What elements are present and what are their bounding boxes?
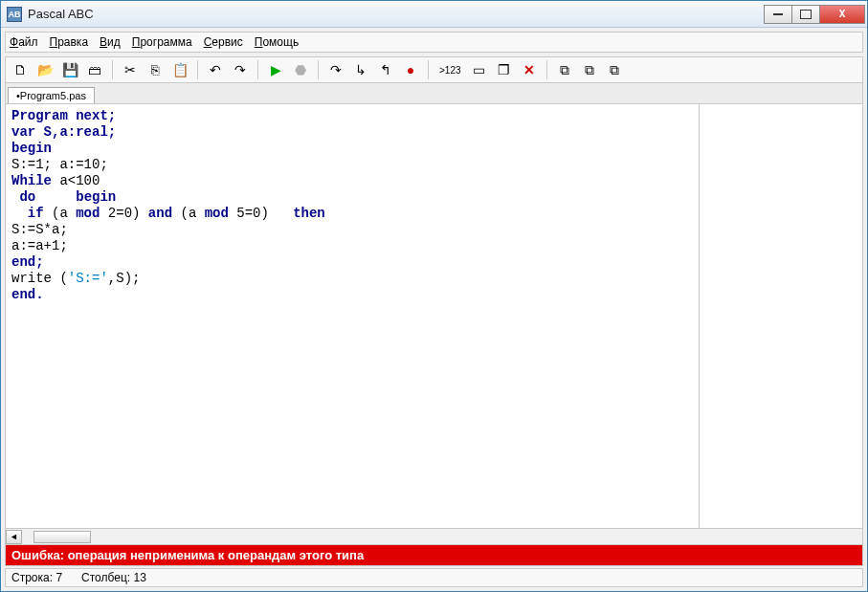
window1-button[interactable]: ▭ [469, 59, 490, 80]
panel1-button[interactable]: ⧉ [554, 59, 575, 80]
code-wrap: Program next; var S,a:real; begin S:=1; … [6, 104, 862, 528]
stepout-icon: ↰ [380, 63, 391, 77]
new-icon: 🗋 [13, 63, 27, 77]
panel3-button[interactable]: ⧉ [604, 59, 625, 80]
kw-mod2: mod [205, 206, 229, 221]
toolbar: 🗋 📂 💾 🗃 ✂ ⎘ 📋 ↶ ↷ ▶ ⬣ ↷ ↳ ↰ ● >123 ▭ ❐ ✕… [5, 56, 863, 83]
error-bar: Ошибка: операция неприменима к операндам… [5, 545, 863, 566]
saveall-icon: 🗃 [88, 63, 101, 77]
breakpoint-icon: ● [407, 63, 414, 77]
run-button[interactable]: ▶ [265, 59, 286, 80]
menu-help[interactable]: Помощь [255, 35, 299, 49]
editor-area: Program next; var S,a:real; begin S:=1; … [5, 104, 863, 545]
code-line: S:=S*a; [11, 222, 68, 237]
separator [546, 60, 547, 79]
code-text: write ( [11, 271, 68, 286]
stepover-icon: ↷ [330, 63, 342, 77]
paste-button[interactable]: 📋 [169, 59, 190, 80]
separator [112, 60, 113, 79]
run-icon: ▶ [271, 63, 281, 77]
menubar: Файл Правка Вид Программа Сервис Помощь [5, 32, 863, 53]
closewin-icon: ✕ [523, 63, 535, 77]
window-controls: X [765, 5, 865, 24]
error-text: Ошибка: операция неприменима к операндам… [11, 548, 364, 562]
save-button[interactable]: 💾 [59, 59, 80, 80]
stop-button[interactable]: ⬣ [290, 59, 311, 80]
kw-if: if [11, 206, 44, 221]
status-row: Строка: 7 [11, 571, 62, 584]
kw-var: var S,a:real; [11, 124, 116, 140]
copy-icon: ⎘ [151, 63, 159, 77]
horizontal-scrollbar[interactable]: ◄ [6, 528, 862, 544]
copy-button[interactable]: ⎘ [145, 59, 166, 80]
kw-then: then [293, 206, 325, 221]
new-button[interactable]: 🗋 [10, 59, 31, 80]
status-col: Столбец: 13 [81, 571, 146, 584]
open-button[interactable]: 📂 [34, 59, 56, 80]
separator [318, 60, 319, 79]
scroll-thumb[interactable] [33, 531, 91, 543]
code-text: (a [44, 206, 77, 221]
code-editor[interactable]: Program next; var S,a:real; begin S:=1; … [6, 104, 700, 528]
code-text: 2=0) [100, 206, 147, 221]
menu-program[interactable]: Программа [132, 35, 192, 49]
app-window: AB Pascal ABC X Файл Правка Вид Программ… [0, 0, 868, 592]
kw-program: Program next; [11, 108, 116, 123]
separator [197, 60, 198, 79]
panel2-icon: ⧉ [585, 63, 594, 77]
minimize-button[interactable] [764, 5, 792, 24]
panel1-icon: ⧉ [560, 63, 569, 77]
tabbar: •Program5.pas [5, 83, 863, 104]
eval-icon: >123 [439, 65, 461, 76]
code-text: (a [172, 206, 205, 221]
scroll-left-icon[interactable]: ◄ [6, 530, 22, 544]
status-bar: Строка: 7 Столбец: 13 [5, 568, 863, 587]
menu-view[interactable]: Вид [100, 35, 121, 49]
window-title: Pascal ABC [28, 7, 765, 21]
breakpoint-button[interactable]: ● [400, 59, 421, 80]
code-text: ,S); [108, 271, 141, 286]
redo-icon: ↷ [234, 63, 246, 77]
kw-end: end; [11, 254, 44, 270]
separator [257, 60, 258, 79]
menu-file[interactable]: Файл [10, 35, 38, 49]
closewin-button[interactable]: ✕ [519, 59, 540, 80]
string-literal: 'S:=' [68, 271, 108, 286]
stop-icon: ⬣ [295, 63, 306, 77]
redo-button[interactable]: ↷ [230, 59, 251, 80]
stepout-button[interactable]: ↰ [375, 59, 396, 80]
kw-and: and [148, 206, 172, 221]
titlebar: AB Pascal ABC X [1, 1, 867, 28]
cut-icon: ✂ [124, 63, 136, 77]
panel3-icon: ⧉ [610, 63, 619, 77]
window1-icon: ▭ [473, 63, 485, 77]
stepinto-icon: ↳ [355, 63, 367, 77]
open-icon: 📂 [37, 63, 54, 77]
file-tab[interactable]: •Program5.pas [8, 87, 95, 103]
menu-service[interactable]: Сервис [204, 35, 243, 49]
kw-begin: begin [11, 141, 52, 156]
kw-mod1: mod [76, 206, 100, 221]
kw-do: do [11, 189, 35, 205]
window2-button[interactable]: ❐ [494, 59, 515, 80]
kw-while: While [11, 173, 52, 188]
close-button[interactable]: X [819, 5, 865, 24]
eval-button[interactable]: >123 [435, 59, 465, 80]
panel2-button[interactable]: ⧉ [579, 59, 600, 80]
code-text: a<100 [52, 173, 100, 188]
cut-button[interactable]: ✂ [120, 59, 141, 80]
code-line: S:=1; a:=10; [11, 157, 108, 172]
code-line: a:=a+1; [11, 238, 68, 253]
saveall-button[interactable]: 🗃 [84, 59, 105, 80]
undo-button[interactable]: ↶ [205, 59, 226, 80]
stepinto-button[interactable]: ↳ [350, 59, 371, 80]
stepover-button[interactable]: ↷ [325, 59, 346, 80]
right-pane [700, 104, 862, 528]
menu-edit[interactable]: Правка [50, 35, 89, 49]
maximize-button[interactable] [791, 5, 820, 24]
kw-endprog: end. [11, 287, 44, 302]
undo-icon: ↶ [210, 63, 221, 77]
window2-icon: ❐ [498, 63, 510, 77]
kw-begin2: begin [35, 189, 116, 205]
save-icon: 💾 [62, 63, 78, 77]
